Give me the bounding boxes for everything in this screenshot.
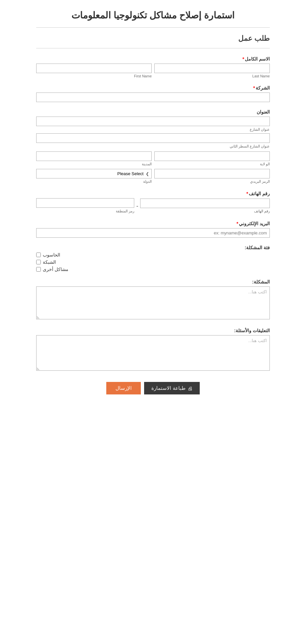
country-select-wrapper: ❯ Please Select [36,169,152,178]
last-name-input[interactable] [154,64,270,73]
company-group: الشركة* [36,85,270,102]
street2-wrapper: عنوان الشارع السطر الثاني [36,133,270,149]
email-group: البريد الإلكتروني* [36,221,270,238]
zip-input[interactable] [154,169,270,178]
zip-col: الرمز البريدي [154,169,270,184]
comments-textarea[interactable] [36,335,270,371]
top-divider [36,27,270,28]
last-name-sublabel: Last Name [154,74,270,78]
street1-sublabel: عنوان الشارع [250,127,270,131]
checkbox-computer[interactable] [36,253,41,257]
comments-label: التعليقات والأسئلة: [36,328,270,333]
checkbox-item-network: الشبكة [36,259,56,265]
checkbox-computer-label: الحاسوب [43,252,60,257]
phone-group: رقم الهاتف* رقم الهاتف - رمز المنطقة [36,191,270,214]
section-divider [36,48,270,48]
country-sublabel: الدولة [36,179,152,184]
phone-separator: - [136,203,138,210]
city-col: المدينة [36,151,152,166]
address-label: العنوان [36,109,270,115]
problem-category-group: فئة المشكلة: الحاسوب الشبكة مشاكل أخرى [36,245,270,272]
street2-sublabel: عنوان الشارع السطر الثاني [230,144,270,148]
problem-textarea[interactable] [36,286,270,319]
checkbox-other-label: مشاكل أخرى [43,267,68,272]
street2-input[interactable] [36,133,270,143]
email-label: البريد الإلكتروني* [36,221,270,226]
printer-icon: 🖨 [188,386,192,391]
problem-label: المشكلة: [36,279,270,284]
country-col: ❯ Please Select الدولة [36,169,152,184]
city-input[interactable] [36,151,152,161]
buttons-row: الإرسال 🖨 طباعة الاستمارة [36,382,270,394]
checkbox-network[interactable] [36,260,41,264]
section-title: طلب عمل [36,34,270,43]
street1-wrapper: عنوان الشارع [36,117,270,132]
state-col: الو لاية [154,151,270,166]
page-title: استمارة إصلاح مشاكل تكنولوجيا المعلومات [36,10,270,21]
city-sublabel: المدينة [36,162,152,166]
company-label: الشركة* [36,85,270,91]
state-sublabel: الو لاية [154,162,270,166]
email-input-wrapper [36,228,270,238]
submit-button[interactable]: الإرسال [106,382,141,394]
full-name-row: Last Name First Name [36,64,270,78]
full-name-group: الاسم الكامل* Last Name First Name [36,56,270,78]
checkbox-item-computer: الحاسوب [36,252,60,257]
checkbox-group: الحاسوب الشبكة مشاكل أخرى [36,252,270,272]
phone-label: رقم الهاتف* [36,191,270,196]
checkbox-network-label: الشبكة [43,259,56,265]
email-input[interactable] [36,228,270,238]
last-name-col: Last Name [154,64,270,78]
first-name-col: First Name [36,64,152,78]
full-name-label: الاسم الكامل* [36,56,270,62]
first-name-sublabel: First Name [36,74,152,78]
problem-group: المشكلة: [36,279,270,321]
problem-category-label: فئة المشكلة: [36,245,270,250]
phone-number-input[interactable] [140,199,270,208]
phone-number-sublabel: رقم الهاتف [140,209,270,213]
first-name-input[interactable] [36,64,152,73]
area-code-sublabel: رمز المنطقة [116,209,134,213]
address-group: العنوان عنوان الشارع عنوان الشارع السطر … [36,109,270,184]
print-button[interactable]: 🖨 طباعة الاستمارة [144,382,199,394]
state-input[interactable] [154,151,270,161]
comments-group: التعليقات والأسئلة: [36,328,270,372]
area-code-col: رمز المنطقة [36,198,134,214]
phone-number-col: رقم الهاتف [140,199,270,213]
checkbox-item-other: مشاكل أخرى [36,267,68,272]
zip-sublabel: الرمز البريدي [154,179,270,184]
phone-row: رقم الهاتف - رمز المنطقة [36,198,270,214]
print-button-label: طباعة الاستمارة [151,385,185,391]
country-zip-row: الرمز البريدي ❯ Please Select الدولة [36,169,270,184]
checkbox-other[interactable] [36,267,41,272]
country-select[interactable]: Please Select [36,169,152,178]
city-state-row: الو لاية المدينة [36,151,270,166]
company-input[interactable] [36,93,270,102]
area-code-input[interactable] [36,198,134,208]
street1-input[interactable] [36,117,270,126]
